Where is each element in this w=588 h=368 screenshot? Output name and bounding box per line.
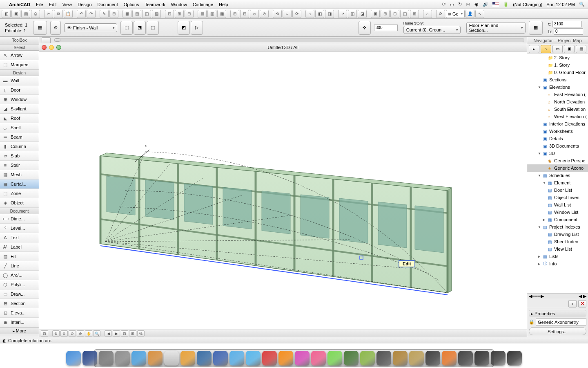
tree--wall-list[interactable]: ▤ Wall List (527, 201, 588, 209)
toolbar-btn-35[interactable]: ⟳ (292, 10, 301, 18)
dock-app-21[interactable] (409, 351, 424, 366)
layer-dropdown[interactable]: 👁Finish - Wall (64, 23, 117, 32)
toolbar-arrow-icon[interactable]: ↖ (475, 10, 484, 18)
toolbar-btn-34[interactable]: ⤾ (283, 10, 292, 18)
tool-stair[interactable]: ≡Stair (0, 161, 39, 170)
toolbar-btn-2[interactable]: ▤ (21, 10, 30, 18)
tab-scrollbar[interactable] (54, 38, 524, 42)
home-btn[interactable]: ⊡ (121, 330, 128, 337)
tool-wall[interactable]: ▬Wall (0, 76, 39, 85)
dock-app-13[interactable] (278, 351, 293, 366)
zoom-btn-4[interactable]: ⊜ (77, 330, 84, 337)
toolbar-btn-12[interactable]: ✎ (100, 10, 109, 18)
menu-edit[interactable]: Edit (49, 2, 57, 7)
toolbar-btn-9[interactable]: ↶ (77, 10, 86, 18)
toolbar-btn-6[interactable]: ⧉ (54, 10, 63, 18)
close-icon[interactable] (42, 45, 47, 50)
toolbar-btn-53[interactable]: ⟳ (436, 10, 445, 18)
dock-app-24[interactable] (458, 351, 473, 366)
tree-lists[interactable]: ▶▤Lists (527, 253, 588, 260)
go-field[interactable]: ⊞Go▾ (446, 10, 465, 18)
tool-beam[interactable]: ═Beam (0, 132, 39, 142)
dock-app-3[interactable] (115, 351, 130, 366)
nav-tab-4[interactable]: ▣ (564, 45, 575, 53)
tool-arc[interactable]: ◯Arc/... (0, 271, 39, 280)
prev-btn[interactable]: ◀ (105, 330, 112, 337)
tool-interi[interactable]: ⊞Interi... (0, 318, 39, 327)
dock-app-7[interactable] (180, 351, 195, 366)
tool-skylight[interactable]: ◢Skylight (0, 104, 39, 114)
nav-delete-btn[interactable]: ✕ (578, 300, 586, 307)
tool-eleva[interactable]: ⊡Eleva... (0, 308, 39, 318)
toolbar-btn-45[interactable]: ▣ (371, 10, 380, 18)
dock-app-10[interactable] (229, 351, 244, 366)
const-btn-2[interactable]: ▷ (191, 21, 203, 35)
layer-btn[interactable]: ⊘ (50, 21, 61, 35)
toolbar-btn-47[interactable]: ⊡ (390, 10, 399, 18)
tool-polyli[interactable]: ⬡Polyli... (0, 280, 39, 289)
menu-options[interactable]: Options (124, 2, 139, 7)
dock-app-18[interactable] (360, 351, 375, 366)
tree-element[interactable]: ▼▦Element (527, 179, 588, 186)
tool-section[interactable]: ⊟Section (0, 299, 39, 308)
toolbar-btn-10[interactable]: ↷ (87, 10, 96, 18)
dock-app-12[interactable] (262, 351, 277, 366)
tool-line[interactable]: ╱Line (0, 261, 39, 271)
tool-column[interactable]: ▮Column (0, 142, 39, 151)
tree-generic-perspe[interactable]: ◉Generic Perspe (527, 157, 588, 164)
toolbar-btn-25[interactable]: ▥ (207, 10, 216, 18)
toolbar-btn-41[interactable]: ↗ (338, 10, 347, 18)
settings-button[interactable]: Settings... (529, 327, 586, 335)
dock-app-26[interactable] (491, 351, 506, 366)
bluetooth-icon[interactable]: ⧓ (466, 2, 470, 7)
tree-south-elevation[interactable]: ⌂South Elevation (527, 105, 588, 113)
navigator-tree[interactable]: 📁2. Story📁1. Story📁0. Ground Floor▣Secti… (527, 54, 588, 294)
zoom-icon[interactable] (56, 45, 61, 50)
toolbar-btn-30[interactable]: ⌀ (250, 10, 259, 18)
toolbar-btn-7[interactable]: 📋 (64, 10, 73, 18)
toolbar-btn-49[interactable]: ⊞ (410, 10, 419, 18)
dock-app-11[interactable] (246, 351, 261, 366)
geom-btn-3[interactable]: ⬚ (147, 21, 159, 35)
dock-app-5[interactable] (148, 351, 163, 366)
zoom-pct-btn[interactable]: % (137, 330, 145, 337)
toolbar-btn-51[interactable]: ⌂ (423, 10, 432, 18)
tool-curtai[interactable]: ▦Curtai... (0, 180, 39, 189)
tool-dime[interactable]: ⟷Dime... (0, 214, 39, 224)
menu-view[interactable]: View (62, 2, 72, 7)
nav-tab-3[interactable]: ▭ (552, 45, 563, 53)
minimize-icon[interactable] (49, 45, 54, 50)
zoom-btn-3[interactable]: ⊙ (69, 330, 76, 337)
dock-app-22[interactable] (425, 351, 440, 366)
nav-tab-5[interactable]: ▤ (576, 45, 586, 53)
toolbar-btn-39[interactable]: ◨ (325, 10, 334, 18)
tree-view-list[interactable]: ▤View List (527, 245, 588, 253)
battery-icon[interactable]: 🔋 (503, 2, 509, 7)
dock-app-1[interactable] (82, 351, 97, 366)
3d-viewport[interactable]: x Edit (39, 52, 527, 330)
properties-header[interactable]: ▸ Properties (529, 310, 586, 316)
toolbar-btn-5[interactable]: ✂ (44, 10, 53, 18)
anchor-btn[interactable]: ⊹ (359, 21, 371, 35)
tool-object[interactable]: ◈Object (0, 198, 39, 208)
toolbar-btn-29[interactable]: ⊟ (240, 10, 249, 18)
tree-project-indexes[interactable]: ▼▤Project Indexes (527, 223, 588, 231)
dock-app-25[interactable] (474, 351, 489, 366)
nav-new-btn[interactable]: ▫ (568, 300, 577, 307)
dock-app-19[interactable] (376, 351, 391, 366)
zoom-btn-2[interactable]: ⊖ (60, 330, 68, 337)
tool-slab[interactable]: ▱Slab (0, 151, 39, 161)
tree-component[interactable]: ▶▦Component (527, 216, 588, 223)
wifi-icon[interactable]: ◉ (474, 2, 479, 7)
navigator-scroll[interactable]: ◀━━━▶◀ ▶ (527, 294, 588, 299)
toolbar-btn-18[interactable]: ▧ (152, 10, 161, 18)
toolbar-btn-31[interactable]: ⊘ (260, 10, 269, 18)
tree-elevations[interactable]: ▼▣Elevations (527, 83, 588, 91)
toolbar-btn-46[interactable]: ⊞ (381, 10, 390, 18)
menu-document[interactable]: Document (98, 2, 118, 7)
tool-roof[interactable]: ◣Roof (0, 114, 39, 123)
menu-teamwork[interactable]: Teamwork (145, 2, 165, 7)
tree--door-list[interactable]: ▤ Door List (527, 186, 588, 194)
floorplan-dropdown[interactable]: Floor Plan and Section... (466, 22, 526, 34)
dock-app-16[interactable] (327, 351, 342, 366)
